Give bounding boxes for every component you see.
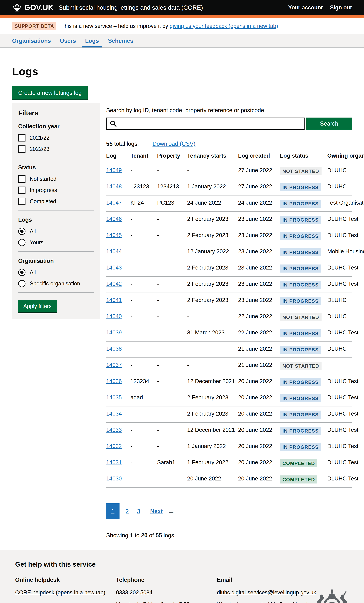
checkbox[interactable]: [18, 145, 25, 153]
log-id-link[interactable]: 14038: [106, 346, 122, 352]
checkbox[interactable]: [18, 134, 25, 141]
property-cell: -: [157, 244, 187, 260]
nav-item[interactable]: Logs: [82, 34, 102, 47]
log-id-link[interactable]: 14043: [106, 265, 122, 271]
pagination-page-link[interactable]: 3: [135, 508, 142, 515]
owning-organisation-cell: DLUHC: [327, 309, 352, 325]
nav-item-link[interactable]: Organisations: [12, 38, 51, 44]
log-id-link[interactable]: 14035: [106, 394, 122, 401]
feedback-link[interactable]: giving us your feedback (opens in a new …: [170, 23, 278, 29]
nav-item-link[interactable]: Schemes: [108, 38, 133, 44]
filter-group-organisation: Organisation All Specific organisation: [18, 258, 94, 287]
table-row: 14039 - - 31 March 2023 22 June 2022 IN …: [106, 325, 352, 341]
checkbox-option[interactable]: 2021/22: [18, 134, 94, 141]
create-lettings-log-button[interactable]: Create a new lettings log: [12, 86, 88, 100]
log-created-cell: 23 June 2022: [238, 244, 280, 260]
log-id-link[interactable]: 14040: [106, 313, 122, 319]
tenancy-starts-cell: -: [187, 163, 238, 179]
log-id-link[interactable]: 14042: [106, 281, 122, 287]
email-link[interactable]: dluhc.digital-services@levellingup.gov.u…: [217, 589, 316, 596]
log-id-link[interactable]: 14048: [106, 183, 122, 190]
status-badge: COMPLETED: [280, 459, 317, 467]
checkbox-option[interactable]: Not started: [18, 175, 94, 183]
owning-organisation-cell: DLUHC Test: [327, 406, 352, 423]
log-id-link[interactable]: 14033: [106, 427, 122, 433]
log-created-cell: 22 June 2022: [238, 309, 280, 325]
sign-out-link[interactable]: Sign out: [330, 4, 352, 11]
log-id-link[interactable]: 14045: [106, 232, 122, 238]
checkbox[interactable]: [18, 198, 25, 205]
pagination-next-link[interactable]: Next: [150, 508, 163, 515]
apply-filters-button[interactable]: Apply filters: [18, 300, 57, 313]
service-name-link[interactable]: Submit social housing lettings and sales…: [59, 4, 203, 11]
table-row: 14042 - - 2 February 2023 23 June 2022 I…: [106, 277, 352, 293]
log-status-cell: IN PROGRESS: [280, 195, 327, 212]
log-id-link[interactable]: 14044: [106, 248, 122, 255]
checkbox[interactable]: [18, 175, 25, 183]
log-status-cell: IN PROGRESS: [280, 390, 327, 406]
owning-organisation-cell: DLUHC Test: [327, 212, 352, 228]
table-row: 14031 - Sarah1 1 February 2022 20 June 2…: [106, 455, 352, 471]
log-status-cell: NOT STARTED: [280, 163, 327, 179]
log-id-link[interactable]: 14030: [106, 475, 122, 482]
radio-option[interactable]: Specific organisation: [18, 280, 94, 287]
table-row: 14046 - - 2 February 2023 23 June 2022 I…: [106, 212, 352, 228]
your-account-link[interactable]: Your account: [288, 4, 323, 11]
search-button[interactable]: Search: [306, 117, 352, 130]
radio-button[interactable]: [18, 269, 25, 276]
radio-button[interactable]: [18, 228, 25, 235]
radio-label: All: [30, 228, 36, 234]
property-cell: Sarah1: [157, 455, 187, 471]
pagination-page-link[interactable]: 1: [106, 503, 119, 519]
status-badge: IN PROGRESS: [280, 297, 321, 305]
nav-item[interactable]: Users: [57, 34, 80, 47]
download-csv-link[interactable]: Download (CSV): [153, 140, 196, 147]
checkbox-option[interactable]: Completed: [18, 198, 94, 205]
search-input[interactable]: [106, 117, 305, 130]
tenancy-starts-cell: 24 June 2022: [187, 195, 238, 212]
checkbox[interactable]: [18, 186, 25, 194]
radio-option[interactable]: All: [18, 269, 94, 276]
pagination-page-link[interactable]: 2: [123, 508, 131, 515]
nav-item[interactable]: Schemes: [105, 34, 137, 47]
log-created-cell: 21 June 2022: [238, 358, 280, 374]
log-id-link[interactable]: 14049: [106, 167, 122, 173]
log-id-link[interactable]: 14034: [106, 411, 122, 417]
nav-item-link[interactable]: Users: [60, 38, 76, 44]
log-id-link[interactable]: 14032: [106, 443, 122, 449]
footer-col-title: Email: [217, 577, 352, 583]
checkbox-option[interactable]: 2022/23: [18, 145, 94, 153]
govuk-logo[interactable]: GOV.UK: [12, 3, 54, 12]
radio-button[interactable]: [18, 280, 25, 287]
core-helpdesk-link[interactable]: CORE helpdesk (opens in a new tab): [15, 589, 105, 596]
log-id-link[interactable]: 14036: [106, 378, 122, 384]
checkbox-option[interactable]: In progress: [18, 186, 94, 194]
table-row: 14037 - - - 21 June 2022 NOT STARTED: [106, 358, 352, 374]
checkbox-label: 2021/22: [30, 135, 49, 141]
property-cell: -: [157, 471, 187, 487]
nav-item-link[interactable]: Logs: [85, 38, 99, 44]
log-id-link[interactable]: 14047: [106, 200, 122, 206]
log-status-cell: IN PROGRESS: [280, 260, 327, 277]
owning-organisation-cell: DLUHC Test: [327, 277, 352, 293]
radio-button[interactable]: [18, 239, 25, 246]
col-header-log: Log: [106, 152, 130, 163]
radio-option[interactable]: All: [18, 228, 94, 235]
table-row: 14034 - - 2 February 2023 20 June 2022 I…: [106, 406, 352, 423]
log-id-link[interactable]: 14046: [106, 216, 122, 222]
log-id-link[interactable]: 14037: [106, 362, 122, 368]
log-id-link[interactable]: 14031: [106, 459, 122, 465]
col-header-property: Property: [157, 152, 187, 163]
nav-item[interactable]: Organisations: [9, 34, 54, 47]
log-created-cell: 20 June 2022: [238, 406, 280, 423]
filter-legend: Organisation: [18, 258, 94, 264]
log-id-link[interactable]: 14039: [106, 329, 122, 336]
property-cell: -: [157, 228, 187, 244]
radio-option[interactable]: Yours: [18, 239, 94, 246]
property-cell: -: [157, 374, 187, 390]
tenant-cell: -: [130, 228, 157, 244]
log-id-link[interactable]: 14041: [106, 297, 122, 303]
status-badge: IN PROGRESS: [280, 427, 321, 435]
log-status-cell: IN PROGRESS: [280, 228, 327, 244]
divider: [18, 251, 94, 252]
